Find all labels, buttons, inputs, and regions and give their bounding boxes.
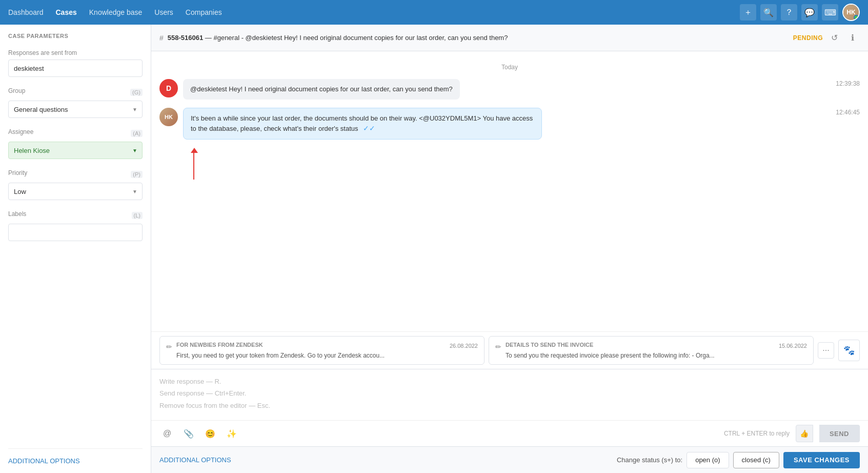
keyboard-icon-button[interactable]: ⌨ — [822, 4, 838, 21]
nav-right-actions: ＋ 🔍 ？ 💬 ⌨ HK — [740, 4, 860, 21]
ctrl-hint: CTRL + ENTER to reply — [724, 430, 790, 437]
group-field: Group (G) General questions ▼ — [8, 87, 143, 118]
case-subject: #general - @deskietest Hey! I need origi… — [213, 34, 508, 42]
history-icon-button[interactable]: ↺ — [827, 31, 841, 45]
assignee-select-wrapper: Helen Kiose ▼ — [8, 142, 143, 159]
kb-card-2-content: DETAILS TO SEND THE INVOICE 15.06.2022 T… — [506, 342, 807, 359]
assignee-label: Assignee — [8, 128, 33, 135]
group-key: (G) — [130, 89, 143, 96]
kb-card-1-title: FOR NEWBIES FROM ZENDESK — [176, 342, 263, 348]
bottom-bar-right: Change status (s+) to: open (o) closed (… — [617, 452, 860, 468]
labels-label: Labels — [8, 210, 26, 218]
assignee-label-row: Assignee (A) — [8, 128, 143, 139]
group-select[interactable]: General questions — [8, 101, 143, 118]
bottom-bar-left: ADDITIONAL OPTIONS — [159, 456, 611, 464]
bottom-status-bar: ADDITIONAL OPTIONS Change status (s+) to… — [151, 446, 868, 473]
priority-select-wrapper: Low ▼ — [8, 183, 143, 200]
user-avatar-button[interactable]: HK — [842, 4, 860, 21]
date-divider: Today — [159, 64, 860, 71]
message-bubble-outgoing: It's been a while since your last order,… — [183, 108, 542, 140]
kb-card-2-date: 15.06.2022 — [779, 343, 807, 349]
message-text: It's been a while since your last order,… — [191, 114, 533, 133]
response-input-area[interactable]: Write response — R. Send response — Ctrl… — [151, 369, 868, 420]
message-row: D @deskietest Hey! I need original docum… — [159, 79, 860, 100]
emoji-button[interactable]: 😊 — [203, 426, 218, 441]
arrow-line — [193, 153, 194, 180]
save-changes-button[interactable]: SAVE CHANGES — [783, 452, 860, 468]
kb-card-2-text: To send you the requested invoice please… — [506, 352, 807, 359]
responses-sent-from-input[interactable] — [8, 60, 143, 77]
labels-field: Labels (L) — [8, 210, 143, 241]
labels-input[interactable] — [8, 224, 143, 241]
read-check-icon: ✓✓ — [363, 124, 375, 132]
labels-key: (L) — [132, 212, 143, 219]
kb-more-button[interactable]: ··· — [818, 342, 834, 359]
change-status-label: Change status (s+) to: — [617, 456, 682, 464]
case-dash: — — [205, 34, 214, 42]
open-status-button[interactable]: open (o) — [687, 452, 729, 468]
kb-card-2-header: DETAILS TO SEND THE INVOICE 15.06.2022 — [506, 342, 807, 350]
kb-card-1-content: FOR NEWBIES FROM ZENDESK 26.08.2022 Firs… — [176, 342, 478, 359]
kb-card-1-text: First, you need to get your token from Z… — [176, 352, 478, 359]
additional-options-bottom-link[interactable]: ADDITIONAL OPTIONS — [159, 456, 231, 464]
response-toolbar: @ 📎 😊 ✨ CTRL + ENTER to reply 👍 SEND — [151, 420, 868, 446]
case-parameters-sidebar: CASE PARAMETERS Responses are sent from … — [0, 25, 151, 473]
labels-label-row: Labels (L) — [8, 210, 143, 221]
thumb-up-button[interactable]: 👍 — [796, 425, 813, 442]
nav-knowledge-base[interactable]: Knowledge base — [89, 8, 143, 16]
kb-card-1[interactable]: ✏ FOR NEWBIES FROM ZENDESK 26.08.2022 Fi… — [159, 336, 485, 365]
kb-card-2-title: DETAILS TO SEND THE INVOICE — [506, 342, 593, 348]
edit-icon-2: ✏ — [495, 343, 501, 351]
kb-card-1-header: FOR NEWBIES FROM ZENDESK 26.08.2022 — [176, 342, 478, 350]
nav-companies[interactable]: Companies — [186, 8, 222, 16]
send-button[interactable]: SEND — [819, 425, 860, 442]
additional-options-link[interactable]: ADDITIONAL OPTIONS — [8, 457, 80, 465]
response-placeholder: Write response — R. Send response — Ctrl… — [159, 376, 860, 411]
hash-icon: # — [159, 34, 164, 42]
priority-key: (P) — [131, 171, 143, 178]
assignee-select[interactable]: Helen Kiose — [8, 142, 143, 159]
case-header: # 558-516061 — #general - @deskietest He… — [151, 25, 868, 51]
responses-sent-from-field: Responses are sent from — [8, 49, 143, 77]
closed-status-button[interactable]: closed (c) — [733, 452, 779, 468]
priority-label: Priority — [8, 169, 27, 176]
mention-button[interactable]: @ — [159, 426, 175, 441]
main-layout: CASE PARAMETERS Responses are sent from … — [0, 25, 868, 473]
nav-dashboard[interactable]: Dashboard — [8, 8, 44, 16]
message-time: 12:39:38 — [836, 79, 860, 87]
group-label: Group — [8, 87, 25, 94]
magic-button[interactable]: ✨ — [224, 426, 239, 441]
assignee-field: Assignee (A) Helen Kiose ▼ — [8, 128, 143, 159]
case-id: 558-516061 — [168, 34, 203, 42]
priority-field: Priority (P) Low ▼ — [8, 169, 143, 200]
agent-avatar: HK — [159, 108, 178, 126]
kb-card-1-date: 26.08.2022 — [450, 343, 478, 349]
sidebar-bottom: ADDITIONAL OPTIONS — [8, 448, 143, 465]
content-area: # 558-516061 — #general - @deskietest He… — [151, 25, 868, 473]
nav-cases[interactable]: Cases — [56, 8, 77, 16]
priority-select[interactable]: Low — [8, 183, 143, 200]
arrow-head-icon — [191, 148, 198, 153]
message-row: HK It's been a while since your last ord… — [159, 108, 860, 140]
help-icon-button[interactable]: ？ — [781, 4, 797, 21]
attachment-button[interactable]: 📎 — [181, 426, 196, 441]
edit-icon: ✏ — [166, 343, 172, 351]
search-icon-button[interactable]: 🔍 — [760, 4, 777, 21]
top-navigation: Dashboard Cases Knowledge base Users Com… — [0, 0, 868, 25]
arrow-indicator — [183, 148, 860, 179]
kb-card-2[interactable]: ✏ DETAILS TO SEND THE INVOICE 15.06.2022… — [489, 336, 814, 365]
chat-icon-button[interactable]: 💬 — [801, 4, 818, 21]
chat-area: Today D @deskietest Hey! I need original… — [151, 51, 868, 331]
responses-sent-from-label: Responses are sent from — [8, 49, 143, 56]
kb-paw-button[interactable]: 🐾 — [838, 340, 860, 361]
assignee-key: (A) — [131, 130, 143, 137]
nav-links: Dashboard Cases Knowledge base Users Com… — [8, 8, 740, 16]
group-select-wrapper: General questions ▼ — [8, 101, 143, 118]
add-icon-button[interactable]: ＋ — [740, 4, 756, 21]
case-title: 558-516061 — #general - @deskietest Hey!… — [168, 34, 789, 42]
nav-users[interactable]: Users — [154, 8, 173, 16]
info-icon-button[interactable]: ℹ — [845, 31, 860, 45]
online-status-dot — [854, 15, 859, 20]
knowledge-base-section: ✏ FOR NEWBIES FROM ZENDESK 26.08.2022 Fi… — [151, 331, 868, 369]
case-status-badge: PENDING — [793, 34, 823, 42]
